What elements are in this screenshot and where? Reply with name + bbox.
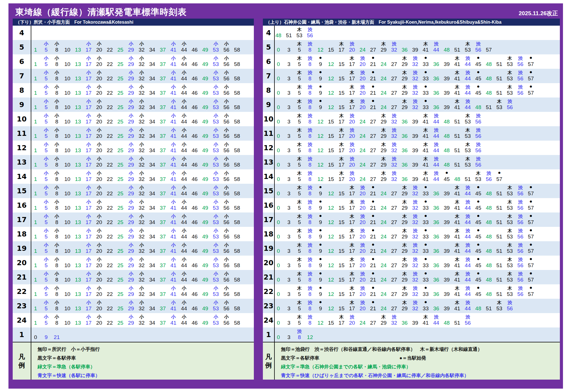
mark-shinkiba: 木 [295, 156, 304, 162]
departure-minute: 1 [31, 47, 40, 53]
minute-cell: 小41 [169, 212, 178, 227]
mark-kotesashi: 小 [94, 185, 104, 191]
mark-starts-here: ● [368, 199, 378, 204]
departure-minute: 29 [400, 305, 410, 312]
minute-cell: 小56 [222, 299, 231, 313]
minute-cell: 小56 [222, 184, 231, 198]
minute-cell: 渋8 [305, 141, 315, 155]
mark-shinkiba: 木 [337, 156, 346, 162]
minute-cell: 48 [484, 198, 494, 212]
minute-cell: 1 [31, 54, 40, 69]
mark-kotesashi: 小 [179, 271, 189, 277]
mark-kotesashi: 小 [211, 199, 221, 205]
minute-cell: 24 [379, 69, 388, 83]
minute-cell: 小41 [169, 69, 178, 83]
minute-cell: 小44 [179, 169, 189, 184]
departure-minute: 0 [274, 119, 283, 125]
departure-minute: 57 [526, 219, 536, 225]
departure-minute: 53 [211, 147, 221, 154]
minute-cell: 3 [284, 54, 294, 69]
mark-shibuya: 渋 [516, 84, 525, 90]
timetable-row: 141小5小81013小17小202225小29小323437小41小44464… [13, 169, 254, 184]
timetable-row: 61小5小81013小17小202225小29小323437小41小444649… [13, 54, 254, 69]
minute-cell: 3 [284, 327, 294, 342]
minute-cell: 46 [190, 169, 199, 184]
mark-kotesashi: 小 [137, 127, 146, 133]
minute-cell: 15 [337, 98, 346, 112]
minute-cell: 27 [389, 83, 399, 98]
hour-label: 13 [263, 155, 275, 169]
hour-label: 8 [263, 83, 275, 98]
mark-shibuya: 渋 [474, 127, 483, 133]
mark-kotesashi: 小 [41, 228, 51, 234]
timetable-row: 703木5渋8●91215木17渋20●212427木29渋32●333639木… [263, 69, 560, 83]
departure-minute: 36 [432, 219, 441, 225]
minute-cell: 0 [274, 83, 283, 98]
minute-cell: 10 [63, 256, 72, 270]
departure-minute: 41 [452, 205, 462, 211]
minute-cell: 木29 [400, 227, 410, 241]
departure-minute: 22 [105, 133, 115, 139]
minute-cell: 22 [105, 184, 115, 198]
hour-label: 5 [13, 40, 31, 54]
departure-minute: 10 [63, 277, 72, 283]
mark-shibuya: 渋 [389, 113, 399, 119]
hour-label: 11 [263, 126, 275, 141]
mark-shinkiba: 木 [474, 170, 483, 176]
departure-minute: 15 [337, 76, 346, 82]
departure-minute: 15 [326, 119, 336, 125]
minute-cell: ●33 [421, 54, 430, 69]
departure-minute: 57 [526, 61, 536, 67]
minute-cell: 小44 [179, 270, 189, 284]
minute-cell: 39 [410, 40, 420, 54]
departure-minute: 12 [316, 133, 325, 139]
departure-minute: 3 [284, 320, 294, 326]
departure-minute: 46 [190, 277, 199, 283]
departure-minute: 29 [400, 90, 410, 96]
timetable-panel-down: （下り）所沢・小手指方面 For Tokorozawa&Kotesashi 45… [13, 19, 254, 380]
minute-cell: ●9 [316, 98, 325, 112]
departure-minute: 32 [137, 119, 146, 125]
mark-starts-here: ● [474, 271, 483, 276]
departure-minute: 8 [305, 104, 315, 110]
minutes-track: 1小5小81013小17小202225小29小323437小41小444649小… [31, 313, 254, 327]
departure-minute: 45 [474, 191, 483, 197]
mark-kotesashi: 小 [94, 56, 104, 61]
minute-cell: 渋44 [463, 270, 472, 284]
minute-cell: 1 [31, 169, 40, 184]
minute-cell: 木29 [379, 112, 388, 126]
minute-cell: 10 [63, 54, 72, 69]
mark-kotesashi: 小 [222, 285, 231, 291]
departure-minute: 21 [368, 76, 378, 82]
departure-minute: 8 [52, 248, 61, 254]
mark-shinkiba: 木 [295, 285, 304, 291]
minute-cell: 46 [190, 54, 199, 69]
mark-starts-here: ● [368, 69, 378, 75]
minute-cell: 51 [494, 256, 504, 270]
minute-cell: 24 [358, 112, 367, 126]
departure-minute: 29 [400, 219, 410, 225]
minute-cell: 木5 [295, 198, 304, 212]
minute-cell: 小29 [126, 112, 136, 126]
departure-minute: 1 [31, 248, 40, 254]
mark-kotesashi: 小 [94, 271, 104, 277]
departure-minute: 44 [463, 104, 472, 110]
departure-minute: 8 [305, 234, 315, 240]
departure-minute: 48 [474, 104, 483, 110]
minute-cell: 37 [158, 198, 168, 212]
departure-minute: 24 [358, 47, 367, 53]
departure-minute: 8 [305, 262, 315, 269]
minute-cell: 22 [105, 40, 115, 54]
departure-minute: 0 [274, 262, 283, 269]
minute-cell: 小44 [179, 227, 189, 241]
minute-cell: 小32 [137, 40, 146, 54]
mark-starts-here: ● [526, 199, 536, 204]
departure-minute: 48 [484, 219, 494, 225]
minute-cell: 58 [232, 98, 242, 112]
mark-shibuya: 渋 [432, 170, 441, 176]
minute-cell: 48 [484, 83, 494, 98]
departure-minute: 49 [201, 176, 210, 182]
minute-cell: 小17 [84, 112, 93, 126]
minutes-track: 1小5小81013小17小202225小29小323437小41小444649小… [31, 227, 254, 241]
mark-kotesashi: 小 [41, 84, 51, 90]
